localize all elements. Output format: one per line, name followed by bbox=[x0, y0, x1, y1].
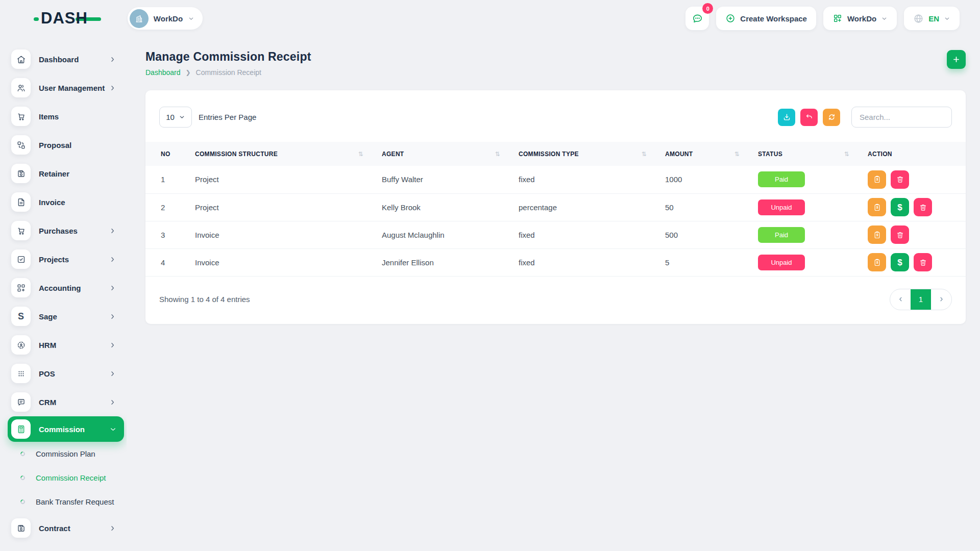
delete-button[interactable] bbox=[891, 226, 909, 244]
sidebar-item-sage[interactable]: SSage bbox=[11, 302, 117, 331]
sort-icon[interactable]: ⇅ bbox=[642, 151, 647, 158]
create-workspace-button[interactable]: Create Workspace bbox=[716, 7, 816, 30]
pagination-page-current[interactable]: 1 bbox=[911, 289, 931, 310]
pagination-next-button[interactable] bbox=[931, 289, 951, 310]
status-badge[interactable]: Paid bbox=[758, 227, 805, 243]
reset-button[interactable] bbox=[800, 109, 818, 126]
main-content: Manage Commission Receipt Dashboard ❯ Co… bbox=[127, 37, 980, 551]
pay-button[interactable]: $ bbox=[891, 198, 909, 216]
sidebar-item-label: User Management bbox=[39, 84, 109, 92]
brand-logo[interactable]: DASH bbox=[34, 9, 101, 28]
crm-icon bbox=[11, 392, 31, 412]
sidebar-item-hrm[interactable]: HRM bbox=[11, 331, 117, 359]
sidebar-subitem-commission-plan[interactable]: Commission Plan bbox=[11, 442, 127, 466]
home-icon bbox=[11, 49, 31, 69]
sort-icon[interactable]: ⇅ bbox=[844, 151, 849, 158]
sidebar-item-items[interactable]: Items bbox=[11, 102, 117, 131]
clipboard-dollar-icon bbox=[873, 203, 881, 212]
grid-plus-icon bbox=[832, 13, 843, 23]
cell-type: fixed bbox=[518, 166, 665, 193]
delete-button[interactable] bbox=[914, 253, 932, 271]
chevron-right-icon bbox=[109, 313, 116, 320]
column-header-amount[interactable]: AMOUNT⇅ bbox=[665, 142, 757, 166]
sidebar-item-crm[interactable]: CRM bbox=[11, 388, 117, 416]
gridplus-icon bbox=[11, 278, 31, 297]
messages-button[interactable]: 0 bbox=[685, 7, 709, 30]
chevron-down-icon bbox=[944, 15, 950, 22]
sort-icon[interactable]: ⇅ bbox=[495, 151, 500, 158]
breadcrumb-dashboard-link[interactable]: Dashboard bbox=[145, 68, 181, 77]
sort-icon[interactable]: ⇅ bbox=[734, 151, 740, 158]
export-button[interactable] bbox=[778, 109, 795, 126]
column-header-commission-structure[interactable]: COMMISSION STRUCTURE⇅ bbox=[194, 142, 381, 166]
cell-action bbox=[867, 221, 966, 248]
cell-agent: August Mclaughlin bbox=[381, 221, 518, 248]
table-header-row: NOCOMMISSION STRUCTURE⇅AGENT⇅COMMISSION … bbox=[145, 142, 966, 166]
logo-text: DASH bbox=[41, 9, 88, 28]
sidebar-item-accounting[interactable]: Accounting bbox=[11, 273, 117, 302]
receipt-button[interactable] bbox=[868, 198, 886, 216]
chevron-right-icon bbox=[109, 284, 116, 292]
sidebar-item-dashboard[interactable]: Dashboard bbox=[11, 45, 117, 73]
sidebar-item-projects[interactable]: Projects bbox=[11, 245, 117, 273]
sort-icon[interactable]: ⇅ bbox=[358, 151, 363, 158]
sidebar-item-contract[interactable]: Contract bbox=[11, 514, 117, 542]
cell-status: Unpaid bbox=[757, 193, 867, 221]
chevron-right-icon bbox=[938, 296, 945, 303]
status-badge[interactable]: Unpaid bbox=[758, 255, 805, 270]
sidebar-item-user-management[interactable]: User Management bbox=[11, 73, 117, 102]
sidebar-item-invoice[interactable]: Invoice bbox=[11, 188, 117, 216]
receipt-button[interactable] bbox=[868, 170, 886, 189]
trash-icon bbox=[919, 203, 927, 212]
add-commission-receipt-button[interactable] bbox=[947, 50, 966, 69]
table-controls: 10 Entries Per Page bbox=[145, 107, 966, 128]
trash-icon bbox=[919, 258, 927, 267]
language-selector[interactable]: EN bbox=[904, 7, 960, 30]
cell-amount: 50 bbox=[665, 193, 757, 221]
chevron-left-icon bbox=[897, 296, 904, 303]
sidebar-item-label: Contract bbox=[39, 524, 109, 533]
chevron-right-icon bbox=[109, 341, 116, 349]
delete-button[interactable] bbox=[914, 198, 932, 216]
download-icon bbox=[782, 113, 791, 121]
receipt-button[interactable] bbox=[868, 253, 886, 271]
column-header-status[interactable]: STATUS⇅ bbox=[757, 142, 867, 166]
language-label: EN bbox=[928, 14, 939, 23]
hrm-icon bbox=[11, 335, 31, 355]
sidebar-item-purchases[interactable]: Purchases bbox=[11, 216, 117, 245]
sidebar-item-label: Proposal bbox=[39, 141, 117, 149]
entries-per-page-select[interactable]: 10 bbox=[159, 107, 192, 128]
page-header: Manage Commission Receipt Dashboard ❯ Co… bbox=[145, 50, 966, 77]
sidebar-item-label: Commission bbox=[39, 425, 109, 434]
commission-receipt-panel: 10 Entries Per Page bbox=[145, 90, 966, 324]
breadcrumb: Dashboard ❯ Commission Receipt bbox=[145, 68, 311, 77]
sidebar-subitem-commission-receipt[interactable]: Commission Receipt bbox=[11, 466, 127, 490]
delete-button[interactable] bbox=[891, 170, 909, 189]
sidebar-item-label: Retainer bbox=[39, 169, 117, 178]
refresh-button[interactable] bbox=[823, 109, 840, 126]
sidebar-item-commission[interactable]: Commission bbox=[8, 416, 124, 442]
sidebar-item-label: Items bbox=[39, 112, 117, 121]
search-input[interactable] bbox=[851, 107, 952, 128]
sidebar-item-proposal[interactable]: Proposal bbox=[11, 131, 117, 159]
sidebar-item-label: Sage bbox=[39, 312, 109, 321]
chevron-right-icon bbox=[109, 56, 116, 63]
sidebar-item-pos[interactable]: POS bbox=[11, 359, 117, 388]
pagination-prev-button[interactable] bbox=[890, 289, 911, 310]
status-badge[interactable]: Unpaid bbox=[758, 199, 805, 215]
app-menu-button[interactable]: WorkDo bbox=[823, 7, 897, 30]
cell-type: fixed bbox=[518, 221, 665, 248]
column-header-commission-type[interactable]: COMMISSION TYPE⇅ bbox=[518, 142, 665, 166]
sidebar-subitem-bank-transfer-request[interactable]: Bank Transfer Request bbox=[11, 490, 127, 514]
create-workspace-label: Create Workspace bbox=[740, 14, 807, 23]
cell-agent: Jennifer Ellison bbox=[381, 248, 518, 276]
workspace-switcher[interactable]: WorkDo bbox=[128, 7, 203, 30]
receipt-button[interactable] bbox=[868, 226, 886, 244]
commission-receipt-table: NOCOMMISSION STRUCTURE⇅AGENT⇅COMMISSION … bbox=[145, 142, 966, 277]
pay-button[interactable]: $ bbox=[891, 253, 909, 271]
sidebar-item-retainer[interactable]: Retainer bbox=[11, 159, 117, 188]
column-header-agent[interactable]: AGENT⇅ bbox=[381, 142, 518, 166]
status-badge[interactable]: Paid bbox=[758, 171, 805, 187]
chat-icon bbox=[692, 13, 703, 24]
table-row: 3InvoiceAugust Mclaughlinfixed500Paid bbox=[145, 221, 966, 248]
